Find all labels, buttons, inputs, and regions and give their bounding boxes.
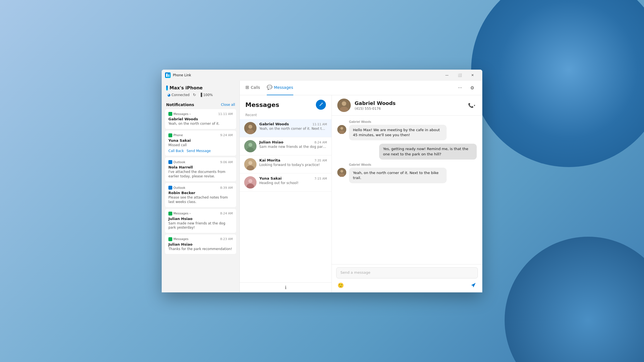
notif-header: Outlook 9:06 AM	[168, 160, 233, 164]
app-title: Phone Link	[173, 73, 191, 77]
conversation-name: Kai Morita	[259, 158, 280, 162]
notif-app-name: Phone	[173, 133, 183, 137]
message-bubble: Yes, getting ready now! Remind me, is th…	[379, 144, 477, 159]
emoji-button[interactable]: 🙂	[336, 281, 345, 290]
conversation-item[interactable]: Yuna Sakai 7:15 AM Heading out for schoo…	[240, 173, 331, 192]
notif-preview: Yeah, on the north corner of it.	[168, 122, 233, 126]
notif-source: Outlook	[168, 160, 185, 164]
svg-rect-0	[166, 74, 168, 77]
notif-header: Messages › 11:11 AM	[168, 112, 233, 116]
minimize-button[interactable]: —	[440, 71, 453, 80]
message-bubble: Yeah, on the north corner of it. Next to…	[349, 168, 447, 183]
outlook-icon	[168, 186, 172, 190]
device-status: ◕ Connected ↻ ▐ 100%	[166, 93, 235, 97]
notifications-header: Notifications Close all	[162, 99, 239, 109]
message-bubble: Hello Max! We are meeting by the cafe in…	[349, 125, 447, 140]
chat-contact-phone: (415) 555-0176	[355, 107, 463, 111]
notifications-list: Messages › 11:11 AM Gabriel Woods Yeah, …	[162, 109, 239, 292]
phone-icon	[168, 133, 172, 137]
conversation-time: 7:15 AM	[314, 177, 327, 180]
svg-point-12	[248, 179, 252, 183]
sidebar: Max's iPhone ◕ Connected ↻ ▐ 100% Notifi…	[162, 81, 240, 292]
notification-item[interactable]: Outlook 8:39 AM Robin Becker Please see …	[165, 183, 236, 207]
chat-messages: Gabriel Woods Hello Max! We are meeting …	[332, 116, 482, 264]
device-name-row: Max's iPhone	[166, 85, 235, 90]
notification-item[interactable]: Outlook 9:06 AM Nola Harrell I've attach…	[165, 157, 236, 181]
chat-input-actions: 🙂	[336, 281, 478, 290]
connected-label: Connected	[171, 93, 190, 97]
sync-icon[interactable]: ↻	[193, 93, 196, 97]
conversation-item[interactable]: Julian Hsiao 8:24 AM Sam made new friend…	[240, 137, 331, 155]
conversation-info: Kai Morita 7:35 AM Looking forward to to…	[259, 158, 327, 167]
title-bar-left: Phone Link	[165, 72, 191, 78]
message-group-received: Gabriel Woods Yeah, on the north corner …	[337, 163, 477, 183]
tab-calls[interactable]: ⊞ Calls	[245, 81, 260, 95]
notif-preview: Sam made new friends at the dog park yes…	[168, 221, 233, 230]
main-content: Max's iPhone ◕ Connected ↻ ▐ 100% Notifi…	[162, 81, 482, 292]
notification-item[interactable]: Messages › 8:24 AM Julian Hsiao Sam made…	[165, 209, 236, 233]
conversation-item[interactable]: Gabriel Woods 11:11 AM Yeah, on the nort…	[240, 119, 331, 137]
notif-sender: Julian Hsiao	[168, 217, 233, 221]
notif-source: Messages ›	[168, 212, 191, 216]
notif-source: Outlook	[168, 186, 185, 190]
notif-header: Messages › 8:24 AM	[168, 212, 233, 216]
messages-icon	[168, 212, 172, 216]
sidebar-header: Max's iPhone ◕ Connected ↻ ▐ 100%	[162, 81, 239, 99]
conversation-info: Yuna Sakai 7:15 AM Heading out for schoo…	[259, 176, 327, 185]
conversation-info: Gabriel Woods 11:11 AM Yeah, on the nort…	[259, 122, 327, 131]
calls-tab-label: Calls	[251, 85, 260, 90]
avatar	[244, 158, 256, 170]
battery-icon: ▐	[199, 93, 202, 97]
messages-tab-label: Messages	[274, 85, 293, 90]
top-nav: ⊞ Calls 💬 Messages ··· ⚙	[240, 81, 482, 95]
notif-header: Outlook 8:39 AM	[168, 186, 233, 190]
notif-app-name: Messages ›	[173, 112, 191, 116]
send-message-button[interactable]: Send Message	[187, 149, 211, 153]
message-group-received: Gabriel Woods Hello Max! We are meeting …	[337, 120, 477, 140]
conversation-name: Yuna Sakai	[259, 176, 282, 180]
message-content: Gabriel Woods Yeah, on the north corner …	[349, 163, 447, 183]
message-content: Gabriel Woods Hello Max! We are meeting …	[349, 120, 447, 140]
chat-contact-avatar	[337, 99, 351, 112]
notif-time: 11:11 AM	[218, 112, 233, 116]
svg-point-3	[248, 125, 252, 129]
call-back-button[interactable]: Call Back	[168, 149, 184, 153]
notif-app-name: Outlook	[173, 160, 185, 164]
close-button[interactable]: ✕	[466, 71, 479, 80]
messages-icon	[168, 112, 172, 116]
message-avatar	[337, 125, 346, 134]
input-placeholder: Send a message	[340, 270, 370, 275]
conversation-time: 11:11 AM	[313, 123, 327, 126]
notif-sender: Gabriel Woods	[168, 117, 233, 121]
messages-list-header: Messages	[240, 95, 331, 112]
notif-app-name: Outlook	[173, 186, 185, 190]
call-button[interactable]: 📞 ▾	[467, 100, 477, 110]
chat-contact-name: Gabriel Woods	[355, 100, 463, 106]
svg-point-9	[248, 161, 252, 165]
chat-input-area: Send a message 🙂	[332, 264, 482, 292]
calls-tab-icon: ⊞	[245, 85, 249, 90]
notif-time: 8:24 AM	[220, 212, 233, 215]
messages-panel-title: Messages	[245, 101, 279, 108]
nav-right: ··· ⚙	[456, 84, 477, 92]
notification-item[interactable]: Messages › 11:11 AM Gabriel Woods Yeah, …	[165, 109, 236, 129]
compose-button[interactable]	[316, 100, 326, 110]
notif-time: 9:06 AM	[220, 160, 233, 164]
message-sender: Gabriel Woods	[349, 163, 447, 167]
message-input[interactable]: Send a message	[336, 267, 478, 278]
settings-button[interactable]: ⚙	[468, 84, 477, 92]
maximize-button[interactable]: ⬜	[453, 71, 466, 80]
message-group-sent: Yes, getting ready now! Remind me, is th…	[337, 144, 477, 159]
notif-app-name: Messages ›	[173, 212, 191, 215]
svg-point-18	[340, 127, 343, 130]
more-options-button[interactable]: ···	[456, 84, 464, 92]
info-icon: ℹ	[285, 285, 286, 290]
conversation-item[interactable]: Kai Morita 7:35 AM Looking forward to to…	[240, 155, 331, 173]
notification-item[interactable]: Phone 9:24 AM Yuna Sakai Missed call Cal…	[165, 131, 236, 156]
notification-item[interactable]: Messages 8:23 AM Julian Hsiao Thanks for…	[165, 234, 236, 254]
close-all-button[interactable]: Close all	[221, 103, 235, 107]
send-button[interactable]	[469, 281, 478, 290]
tab-messages[interactable]: 💬 Messages	[267, 81, 293, 95]
device-icon	[166, 85, 168, 90]
message-avatar	[337, 168, 346, 177]
